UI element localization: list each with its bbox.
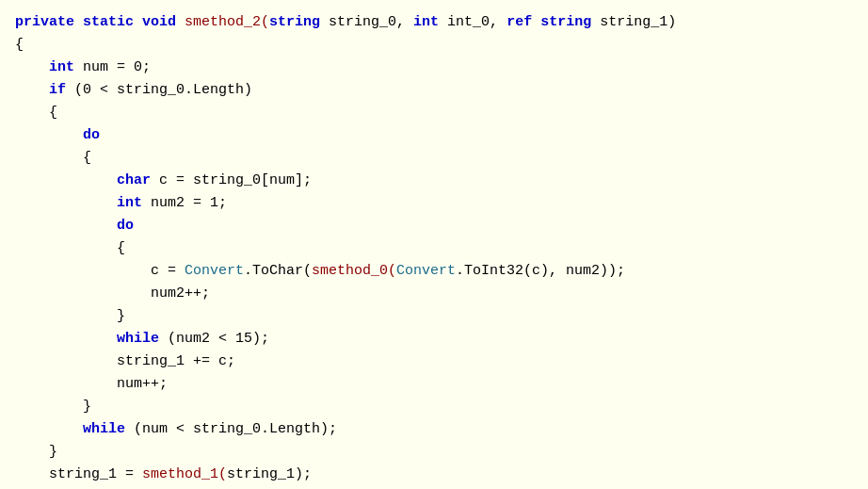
code-token: } (15, 444, 57, 460)
code-token (15, 82, 49, 98)
code-line: { (15, 34, 853, 57)
code-token: string_1); (227, 466, 312, 482)
code-line: { (15, 237, 853, 260)
code-line: num2++; (15, 283, 853, 305)
code-token: char (117, 172, 151, 188)
code-line: { (15, 102, 853, 124)
code-token: num2 = 1; (142, 195, 227, 211)
code-token (15, 59, 49, 75)
code-token: int (117, 195, 142, 211)
code-line: c = Convert.ToChar(smethod_0(Convert.ToI… (15, 260, 853, 283)
code-token: (num < string_0.Length); (125, 421, 337, 437)
code-line: char c = string_0[num]; (15, 170, 853, 192)
code-line: do (15, 215, 853, 237)
code-token: do (83, 127, 100, 143)
code-line: if (0 < string_0.Length) (15, 79, 853, 102)
code-token (15, 421, 83, 437)
code-token: string_1 += c; (15, 353, 235, 369)
code-token: string_1) (591, 14, 676, 30)
code-token: string (269, 14, 320, 30)
code-line: } (15, 305, 853, 328)
code-token: c = (15, 263, 185, 279)
code-token: int_0, (439, 14, 506, 30)
code-token: smethod_1( (142, 466, 227, 482)
code-token: string (540, 14, 591, 30)
code-token: string_1 = (15, 466, 142, 482)
code-token (15, 127, 83, 143)
code-token (15, 331, 117, 347)
code-token (532, 14, 540, 30)
code-token: smethod_2( (185, 14, 269, 30)
code-line: private static void smethod_2(string str… (15, 11, 853, 34)
code-token: num2++; (15, 285, 210, 302)
code-token (15, 195, 117, 211)
code-token: num = 0; (74, 59, 151, 75)
code-line: int num = 0; (15, 57, 853, 79)
code-token: { (15, 37, 24, 53)
code-line: } (15, 396, 853, 418)
code-token (15, 172, 117, 188)
code-line: string_1 += c; (15, 350, 853, 373)
code-token: } (15, 399, 91, 415)
code-token (15, 218, 117, 234)
code-token: ref (506, 14, 532, 30)
code-line: int num2 = 1; (15, 192, 853, 215)
code-token: while (83, 421, 125, 437)
code-token: private static void (15, 14, 185, 30)
code-line: { (15, 147, 853, 170)
code-line: while (num2 < 15); (15, 328, 853, 350)
code-token: Convert (185, 263, 244, 279)
code-token: } (15, 308, 125, 324)
code-token: c = string_0[num]; (151, 172, 312, 188)
code-token: Convert (396, 263, 456, 279)
code-line: } (15, 441, 853, 464)
code-line: num++; (15, 373, 853, 396)
code-token: do (117, 218, 134, 234)
code-token: int (49, 59, 74, 75)
code-token: .ToInt32(c), num2)); (456, 263, 625, 279)
code-line: string_1 = smethod_1(string_1); (15, 464, 853, 486)
code-token: { (15, 150, 91, 166)
code-viewer: private static void smethod_2(string str… (0, 0, 868, 489)
code-line: do (15, 124, 853, 147)
code-token: (num2 < 15); (159, 331, 269, 347)
code-token: string_0, (320, 14, 413, 30)
code-token: { (15, 240, 125, 256)
code-token: smethod_0( (312, 263, 396, 279)
code-token: (0 < string_0.Length) (66, 82, 252, 98)
code-line: while (num < string_0.Length); (15, 418, 853, 441)
code-token: int (413, 14, 439, 30)
code-token: if (49, 82, 66, 98)
code-token: { (15, 105, 57, 121)
code-token: while (117, 331, 159, 347)
code-token: num++; (15, 376, 168, 392)
code-token: .ToChar( (244, 263, 312, 279)
